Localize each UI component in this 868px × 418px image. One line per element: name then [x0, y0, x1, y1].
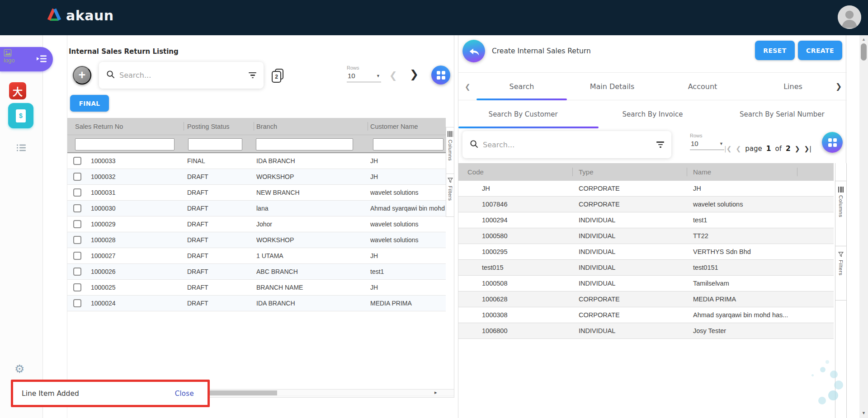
row-checkbox[interactable] [73, 283, 81, 291]
column-header-branch[interactable]: Branch [254, 118, 368, 135]
subtab-search-by-customer[interactable]: Search By Customer [458, 100, 588, 128]
toast-notification: Line Item Added Close [11, 380, 210, 407]
decorative-bubble [818, 397, 826, 404]
add-record-button[interactable]: + [73, 66, 91, 85]
table-row[interactable]: 1000024 DRAFT IDA BRANCH MEDIA PRIMA [67, 296, 446, 311]
toast-close-button[interactable]: Close [175, 390, 194, 398]
reset-button[interactable]: RESET [755, 41, 795, 60]
tabs-scroll-left-icon[interactable]: ❮ [465, 83, 471, 91]
table-row[interactable]: 1000031 DRAFT NEW BRANCH wavelet solutio… [67, 185, 446, 201]
row-checkbox[interactable] [73, 268, 81, 276]
table-row[interactable]: 1000028 DRAFT WORKSHOP wavelet solutions [67, 232, 446, 248]
table-row[interactable]: 1000026 DRAFT ABC BRANCH test1 [67, 264, 446, 280]
table-row[interactable]: 1000508 INDIVIDUAL Tamilselvam [458, 276, 834, 291]
create-button[interactable]: CREATE [798, 41, 842, 60]
scroll-right-arrow-icon[interactable]: ▸ [434, 390, 437, 395]
pages-icon[interactable]: 2 [272, 69, 285, 83]
next-page-button[interactable]: ❯ [795, 145, 800, 152]
prev-page-button[interactable]: ❮ [736, 145, 741, 152]
settings-gear-icon[interactable]: ⚙ [14, 363, 24, 375]
columns-panel-toggle[interactable]: Columns [446, 127, 454, 174]
vertical-scrollbar[interactable]: ▲ ▼ [859, 35, 868, 418]
row-checkbox[interactable] [73, 220, 81, 228]
filter-list-icon[interactable] [656, 141, 664, 148]
filter-input-customer-name[interactable] [373, 138, 443, 150]
columns-panel-toggle[interactable]: Columns [835, 181, 846, 246]
user-avatar[interactable] [838, 5, 861, 29]
filters-panel-toggle[interactable]: Filters [835, 246, 846, 301]
table-row[interactable]: 1000580 INDIVIDUAL TT22 [458, 228, 834, 244]
filter-input-sales-return-no[interactable] [75, 138, 175, 150]
brand-logo[interactable]: akaun [46, 7, 114, 23]
row-checkbox[interactable] [73, 299, 81, 307]
sidebar-logo-pill[interactable]: logo [0, 47, 53, 71]
back-button[interactable] [462, 40, 485, 62]
table-row[interactable]: JH CORPORATE JH [458, 181, 834, 197]
row-checkbox[interactable] [73, 188, 81, 197]
scroll-down-arrow-icon[interactable]: ▼ [859, 411, 868, 415]
table-row[interactable]: 1000294 INDIVIDUAL test1 [458, 212, 834, 228]
tab-search[interactable]: Search [476, 73, 567, 100]
rows-per-page-control: Rows 10 ▼ [690, 133, 724, 150]
filter-input-branch[interactable] [256, 138, 353, 150]
dropdown-caret-icon: ▼ [719, 141, 723, 146]
column-header-name[interactable]: Name [687, 163, 797, 181]
filter-input-posting-status[interactable] [188, 138, 242, 150]
last-page-button[interactable]: ❯| [804, 145, 811, 152]
row-checkbox[interactable] [73, 236, 81, 244]
table-row[interactable]: 1000308 CORPORATE Ahmad syarqawi bin moh… [458, 307, 834, 323]
rows-per-page-select[interactable]: 10 ▼ [347, 70, 381, 82]
subtab-search-by-serial-number[interactable]: Search By Serial Number [717, 100, 847, 128]
table-row[interactable]: 1000029 DRAFT Johor wavelet solutions [67, 216, 446, 232]
grid-view-button[interactable] [822, 132, 843, 153]
table-row[interactable]: 1007846 CORPORATE wavelet solutions [458, 197, 834, 212]
column-header-posting-status[interactable]: Posting Status [184, 118, 254, 135]
filters-panel-toggle[interactable]: Filters [446, 174, 454, 216]
pagination-control: |❮ ❮ page 1 of 2 ❯ ❯| [724, 142, 811, 155]
column-header-type[interactable]: Type [572, 163, 687, 181]
first-page-button[interactable]: |❮ [724, 145, 731, 152]
next-page-button[interactable]: ❯ [410, 69, 419, 80]
column-header-code[interactable]: Code [458, 163, 572, 181]
top-header: akaun [0, 0, 868, 35]
table-row[interactable]: 1000030 DRAFT lana Ahmad syarqawi bin mo… [67, 201, 446, 216]
sidebar-app-red-icon[interactable]: 大 [9, 82, 26, 99]
table-row[interactable]: 1006800 INDIVIDUAL Josy Tester [458, 323, 834, 339]
table-row[interactable]: 1000295 INDIVIDUAL VERTHYS Sdn Bhd [458, 244, 834, 260]
table-row[interactable]: 1000033 FINAL IDA BRANCH JH [67, 153, 446, 169]
tab-main-details[interactable]: Main Details [567, 73, 657, 100]
row-checkbox[interactable] [73, 173, 81, 181]
tab-lines[interactable]: Lines [748, 73, 838, 100]
grid-view-button[interactable] [431, 66, 450, 85]
customer-search-input[interactable] [483, 141, 652, 149]
table-row[interactable]: 1000628 CORPORATE MEDIA PRIMA [458, 291, 834, 307]
prev-page-button[interactable]: ❮ [389, 70, 397, 80]
tabs-scroll-right-icon[interactable]: ❯ [835, 82, 842, 91]
listing-column-filter-row [67, 135, 446, 153]
table-row[interactable]: 1000027 DRAFT 1 UTAMA JH [67, 248, 446, 264]
listing-search-input[interactable] [119, 71, 244, 80]
row-checkbox[interactable] [73, 204, 81, 212]
decorative-bubble [811, 374, 814, 376]
decorative-bubble [830, 371, 838, 378]
filter-list-icon[interactable] [249, 72, 256, 79]
table-side-tools: Columns Filters [446, 127, 454, 217]
list-menu-icon[interactable] [16, 144, 26, 154]
menu-open-icon[interactable] [36, 54, 47, 65]
tab-account[interactable]: Account [657, 73, 748, 100]
table-row[interactable]: 1000032 DRAFT WORKSHOP JH [67, 169, 446, 185]
table-row[interactable]: 1000025 DRAFT BRANCH NAME JH [67, 280, 446, 296]
table-row[interactable]: test015 INDIVIDUAL test0151 [458, 260, 834, 276]
final-status-filter-chip[interactable]: FINAL [70, 95, 109, 112]
scroll-up-arrow-icon[interactable]: ▲ [859, 37, 868, 42]
column-header-sales-return-no[interactable]: Sales Return No [67, 118, 184, 135]
row-checkbox[interactable] [73, 252, 81, 260]
search-icon [106, 70, 115, 80]
sidebar-app-document-icon[interactable]: $ [8, 103, 33, 128]
row-checkbox[interactable] [73, 157, 81, 165]
scrollbar-thumb[interactable] [206, 390, 277, 395]
scrollbar-thumb[interactable] [861, 43, 867, 61]
rows-per-page-select[interactable]: 10 ▼ [690, 138, 724, 150]
column-header-customer-name[interactable]: Customer Name [368, 118, 446, 135]
subtab-search-by-invoice[interactable]: Search By Invoice [588, 100, 717, 128]
